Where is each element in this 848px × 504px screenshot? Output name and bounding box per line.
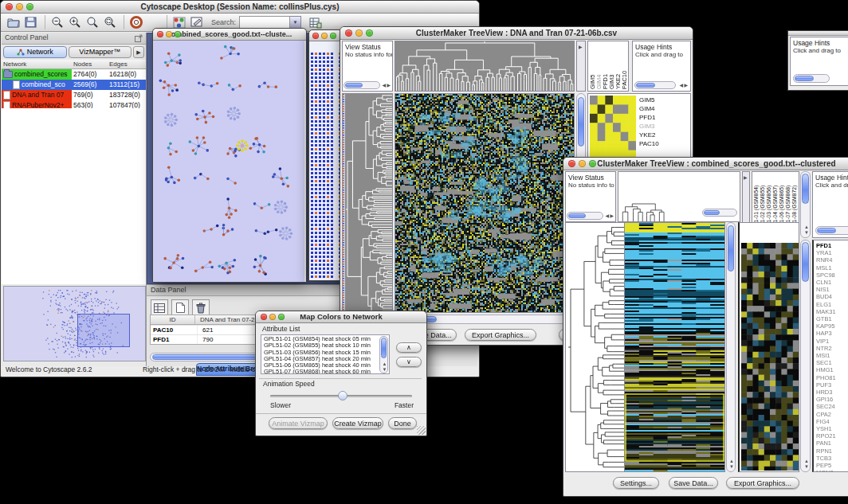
attribute-list-item[interactable]: GPL51-06 (GSM865) heat shock 40 min bbox=[264, 362, 389, 369]
zoom-in-icon[interactable] bbox=[67, 15, 82, 30]
gene-label[interactable]: HMG1 bbox=[816, 366, 848, 373]
zoom-button[interactable] bbox=[278, 314, 285, 320]
close-button[interactable] bbox=[157, 31, 163, 37]
search-dropdown-icon[interactable]: ▼ bbox=[290, 16, 301, 29]
dialog-titlebar[interactable]: Map Colors to Network bbox=[256, 311, 426, 323]
zoom-button[interactable] bbox=[366, 29, 373, 37]
minimize-button[interactable] bbox=[269, 314, 276, 320]
close-button[interactable] bbox=[312, 33, 319, 39]
main-titlebar[interactable]: Cytoscape Desktop (Session Name: collins… bbox=[1, 1, 479, 14]
gene-label[interactable]: RNR4 bbox=[816, 256, 848, 264]
scroll-right-icon[interactable]: ▶ bbox=[684, 83, 688, 88]
slider-thumb[interactable] bbox=[338, 391, 347, 400]
delete-attribute-trash-icon[interactable] bbox=[192, 299, 210, 316]
network-list-row[interactable]: combined_sco2569(6)13112(15) bbox=[2, 80, 146, 90]
help-lifesaver-icon[interactable] bbox=[128, 15, 143, 30]
close-button[interactable] bbox=[345, 29, 352, 37]
gene-label[interactable]: PAN1 bbox=[816, 440, 848, 447]
close-button[interactable] bbox=[568, 160, 575, 167]
resize-grip[interactable] bbox=[417, 426, 426, 435]
treeview2-titlebar[interactable]: ClusterMaker TreeView : combined_scores_… bbox=[563, 158, 848, 170]
settings-button[interactable]: Settings... bbox=[613, 477, 659, 489]
gene-label[interactable]: PFD1 bbox=[816, 242, 848, 249]
minimize-button[interactable] bbox=[579, 160, 586, 167]
gene-label[interactable]: SEC24 bbox=[816, 403, 848, 410]
treeview2-vscrollbar[interactable]: ▲ ▼ bbox=[726, 222, 736, 472]
scroll-down-icon[interactable]: ▼ bbox=[804, 464, 809, 469]
animation-speed-slider[interactable] bbox=[270, 395, 412, 397]
gene-label[interactable]: YSH1 bbox=[816, 425, 848, 432]
tab-vizmapper[interactable]: VizMapper™ bbox=[69, 46, 132, 58]
treeview1-titlebar[interactable]: ClusterMaker TreeView : DNA and Tran 07-… bbox=[340, 27, 693, 40]
treeview1-thumbnail-heatmap[interactable] bbox=[590, 96, 636, 159]
attribute-list-vscrollbar[interactable]: ▲ ▼ bbox=[379, 336, 388, 373]
scroll-up-icon[interactable]: ▲ bbox=[804, 459, 809, 463]
scroll-up-icon[interactable]: ▲ bbox=[383, 361, 387, 366]
gene-label[interactable]: BUD4 bbox=[816, 293, 848, 300]
scroll-down-icon[interactable]: ▼ bbox=[804, 230, 809, 235]
gene-label[interactable]: RPO21 bbox=[816, 432, 848, 440]
gene-label[interactable]: VIP1 bbox=[816, 338, 848, 345]
gene-label[interactable]: MSL1 bbox=[816, 264, 848, 272]
create-vizmap-button[interactable]: Create Vizmap bbox=[332, 417, 383, 429]
treeview2-zoom-heatmap[interactable] bbox=[741, 243, 799, 471]
open-file-icon[interactable] bbox=[6, 15, 21, 30]
treeview1-row-dendrogram[interactable] bbox=[342, 93, 393, 326]
scroll-down-icon[interactable]: ▼ bbox=[383, 367, 387, 372]
view-status-hscrollbar[interactable] bbox=[344, 81, 380, 89]
gene-label[interactable]: MAK31 bbox=[816, 308, 848, 315]
gene-label[interactable]: MON2 bbox=[816, 469, 848, 472]
treeview2-heatmap[interactable] bbox=[625, 222, 725, 472]
zoom-button[interactable] bbox=[175, 31, 181, 37]
minimize-button[interactable] bbox=[321, 33, 328, 39]
gene-label[interactable]: KAP95 bbox=[816, 322, 848, 330]
tab-network[interactable]: Network bbox=[3, 46, 67, 58]
import-table-icon[interactable] bbox=[308, 15, 323, 30]
float-panel-icon[interactable] bbox=[135, 34, 143, 44]
zoom-button[interactable] bbox=[26, 3, 33, 10]
network-list-row[interactable]: combined_scores2764(0)16218(0) bbox=[2, 69, 146, 80]
scroll-right-icon[interactable]: ▶ bbox=[387, 83, 391, 88]
gene-list-vscrollbar[interactable]: ▲ ▼ bbox=[800, 240, 811, 472]
zoom-button[interactable] bbox=[330, 33, 336, 39]
network-list-row[interactable]: DNA and Tran 07769(0)183728(0) bbox=[2, 90, 146, 100]
export-graphics-button[interactable]: Export Graphics... bbox=[726, 477, 799, 489]
move-down-button[interactable]: ∨ bbox=[396, 357, 422, 367]
zoom-button[interactable] bbox=[589, 160, 596, 167]
new-attribute-icon[interactable] bbox=[171, 299, 189, 316]
gene-label[interactable]: MSI1 bbox=[816, 352, 848, 359]
zoom-out-icon[interactable] bbox=[49, 15, 65, 30]
gene-label[interactable]: FIG4 bbox=[816, 418, 848, 425]
scroll-left-icon[interactable]: ◀ bbox=[679, 83, 683, 88]
save-data-button[interactable]: Save Data... bbox=[669, 477, 718, 489]
move-up-button[interactable]: ∧ bbox=[396, 342, 422, 353]
treeview1-splitter[interactable]: ▶ bbox=[576, 41, 586, 92]
minimize-button[interactable] bbox=[355, 29, 363, 37]
attribute-list-item[interactable]: GPL51-02 (GSM855) heat shock 10 min bbox=[264, 342, 389, 349]
gene-label[interactable]: SPC98 bbox=[816, 272, 848, 279]
gene-label[interactable]: RPN1 bbox=[816, 447, 848, 455]
treeview2-row-dendrogram[interactable] bbox=[565, 222, 625, 472]
done-button[interactable]: Done bbox=[388, 417, 417, 429]
animate-vizmap-button[interactable]: Animate Vizmap bbox=[269, 417, 328, 429]
search-input[interactable] bbox=[239, 16, 290, 29]
zoom-selected-region-icon[interactable] bbox=[102, 15, 117, 30]
gene-label[interactable]: HAP3 bbox=[816, 330, 848, 337]
usage-hints-hscrollbar[interactable] bbox=[815, 226, 848, 235]
gene-label[interactable]: GTB1 bbox=[816, 315, 848, 322]
gene-label[interactable]: HRD3 bbox=[816, 389, 848, 396]
close-button[interactable] bbox=[261, 314, 267, 320]
attribute-list-item[interactable]: GPL51-04 (GSM857) heat shock 20 min bbox=[264, 356, 389, 362]
usage-hints-hscrollbar[interactable] bbox=[634, 81, 676, 89]
scroll-left-icon[interactable]: ◀ bbox=[605, 213, 609, 218]
birdseye-view[interactable] bbox=[3, 286, 146, 361]
expand-right-icon[interactable]: ▶ bbox=[744, 175, 748, 180]
tab-overflow-arrow[interactable]: ▶ bbox=[133, 46, 144, 58]
minimize-button[interactable] bbox=[16, 3, 23, 10]
attribute-list-item[interactable]: GPL51-07 (GSM868) heat shock 60 min bbox=[264, 369, 389, 374]
treeview1-column-dendrogram[interactable] bbox=[395, 41, 575, 92]
gene-label[interactable]: NTR2 bbox=[816, 345, 848, 352]
view-status-hscrollbar[interactable] bbox=[567, 212, 603, 220]
export-graphics-button[interactable]: Export Graphics... bbox=[465, 329, 536, 341]
attribute-list-item[interactable]: GPL51-03 (GSM856) heat shock 15 min bbox=[264, 350, 389, 356]
